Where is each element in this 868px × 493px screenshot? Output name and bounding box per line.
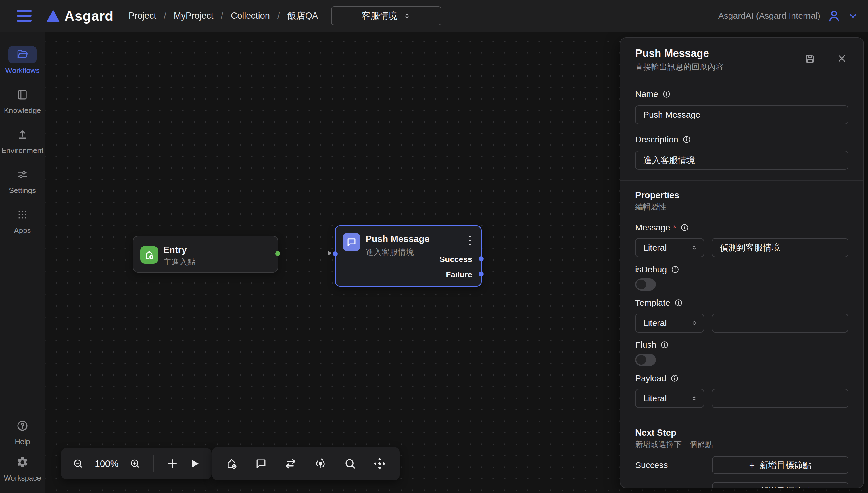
info-icon[interactable] xyxy=(662,90,671,99)
name-field-label: Name xyxy=(635,89,848,99)
message-type-select[interactable]: Literal xyxy=(635,238,704,257)
add-node-icon[interactable] xyxy=(167,458,178,469)
plus-icon: + xyxy=(749,460,755,470)
required-asterisk: * xyxy=(673,222,677,232)
user-icon[interactable] xyxy=(827,9,841,23)
book-icon xyxy=(16,89,28,101)
app-logo[interactable]: Asgard xyxy=(47,8,114,24)
name-input[interactable] xyxy=(635,105,848,124)
sidebar-label: Knowledge xyxy=(4,106,41,115)
plus-icon: + xyxy=(749,486,755,488)
template-type-select[interactable]: Literal xyxy=(635,314,704,333)
workflow-version-label: 客服情境 xyxy=(362,10,397,22)
chevron-down-icon[interactable] xyxy=(848,10,858,21)
next-step-row-success: Success + 新增目標節點 xyxy=(635,456,848,474)
add-switch-node-icon[interactable] xyxy=(284,457,297,470)
top-header: Asgard Project / MyProject / Collection … xyxy=(0,0,868,32)
sidebar-item-settings[interactable]: Settings xyxy=(8,166,37,195)
next-step-section-subtitle: 新增或選擇下一個節點 xyxy=(635,440,848,449)
info-icon[interactable] xyxy=(674,299,683,307)
run-workflow-icon[interactable] xyxy=(189,458,200,469)
sidebar-label: Environment xyxy=(1,146,43,155)
gear-icon xyxy=(16,456,29,469)
port-label-failure: Failure xyxy=(446,270,472,279)
edge-entry-to-push xyxy=(279,253,330,253)
port-entry-output[interactable] xyxy=(275,251,280,256)
breadcrumb-collection[interactable]: Collection xyxy=(231,10,270,21)
chat-bubble-icon xyxy=(346,236,357,248)
sidebar-label: Settings xyxy=(9,186,36,195)
breadcrumb-myproject[interactable]: MyProject xyxy=(174,10,213,21)
next-step-section-title: Next Step xyxy=(635,428,848,438)
node-entry[interactable]: Entry 主進入點 xyxy=(133,236,278,273)
flush-field-label: Flush xyxy=(635,340,848,350)
message-field-label: Message * xyxy=(635,222,848,232)
properties-section-title: Properties xyxy=(635,190,848,200)
hamburger-menu-icon[interactable] xyxy=(17,10,31,22)
node-title: Entry xyxy=(163,244,187,255)
search-icon[interactable] xyxy=(344,457,357,470)
chevron-expand-icon xyxy=(690,244,698,251)
zoom-toolbar: 100% xyxy=(61,448,211,479)
isdebug-toggle[interactable] xyxy=(635,278,656,291)
inspector-panel: Push Message 直接輸出訊息的回應內容 Name Descriptio… xyxy=(620,37,864,488)
add-message-node-icon[interactable] xyxy=(255,457,267,470)
sidebar-item-help[interactable]: Help xyxy=(8,417,37,446)
next-step-label: Failure xyxy=(635,486,712,488)
description-input[interactable] xyxy=(635,151,848,170)
add-target-node-button[interactable]: + 新增目標節點 xyxy=(712,482,848,488)
sidebar-item-workflows[interactable]: Workflows xyxy=(5,46,39,75)
logo-text: Asgard xyxy=(64,8,114,24)
breadcrumb-separator: / xyxy=(164,10,166,21)
isdebug-field-label: isDebug xyxy=(635,265,848,274)
message-value-input[interactable] xyxy=(712,238,848,257)
info-icon[interactable] xyxy=(680,223,689,232)
sidebar-item-apps[interactable]: Apps xyxy=(8,206,37,235)
add-entry-node-icon[interactable] xyxy=(225,457,238,470)
sidebar-item-knowledge[interactable]: Knowledge xyxy=(4,86,41,115)
flush-toggle[interactable] xyxy=(635,354,656,366)
node-menu-icon[interactable] xyxy=(465,234,475,247)
payload-value-input[interactable] xyxy=(712,389,848,408)
fit-view-move-icon[interactable] xyxy=(373,457,386,470)
info-icon[interactable] xyxy=(660,341,669,349)
add-target-node-button[interactable]: + 新增目標節點 xyxy=(712,456,848,474)
save-icon[interactable] xyxy=(804,53,816,64)
sidebar-item-environment[interactable]: Environment xyxy=(1,126,43,155)
node-push-message[interactable]: Push Message 進入客服情境 Success Failure xyxy=(335,225,482,287)
port-label-success: Success xyxy=(439,255,472,264)
payload-field-label: Payload xyxy=(635,373,848,383)
info-icon[interactable] xyxy=(671,265,680,274)
template-field-label: Template xyxy=(635,298,848,308)
port-push-failure[interactable] xyxy=(479,272,484,276)
section-divider xyxy=(620,417,863,418)
retrain-intent-icon[interactable] xyxy=(314,457,327,470)
sliders-icon xyxy=(16,169,28,180)
breadcrumb-current[interactable]: 飯店QA xyxy=(288,10,318,22)
grid-icon xyxy=(17,209,28,220)
edge-arrowhead-icon xyxy=(328,251,332,256)
next-step-label: Success xyxy=(635,460,712,470)
info-icon[interactable] xyxy=(670,374,679,383)
node-title: Push Message xyxy=(366,234,429,244)
folder-icon xyxy=(16,48,29,61)
node-tools-toolbar xyxy=(212,447,399,480)
close-icon[interactable] xyxy=(837,53,847,64)
zoom-in-icon[interactable] xyxy=(129,458,141,469)
sidebar-item-workspace[interactable]: Workspace xyxy=(4,454,41,483)
zoom-out-icon[interactable] xyxy=(72,458,84,469)
left-sidebar: Workflows Knowledge Environment Settings… xyxy=(0,32,45,493)
sidebar-label: Workflows xyxy=(5,66,39,75)
app-root: Asgard Project / MyProject / Collection … xyxy=(0,0,868,493)
breadcrumb-project[interactable]: Project xyxy=(129,10,156,21)
payload-type-select[interactable]: Literal xyxy=(635,389,704,408)
port-push-success[interactable] xyxy=(479,256,484,261)
sidebar-label: Help xyxy=(15,437,30,446)
port-push-input[interactable] xyxy=(333,251,338,256)
workflow-version-select[interactable]: 客服情境 xyxy=(331,6,441,25)
info-icon[interactable] xyxy=(682,135,691,144)
upload-icon xyxy=(16,129,28,141)
node-subtitle: 進入客服情境 xyxy=(366,247,414,258)
template-value-input[interactable] xyxy=(712,314,848,333)
chevron-expand-icon xyxy=(690,394,698,402)
